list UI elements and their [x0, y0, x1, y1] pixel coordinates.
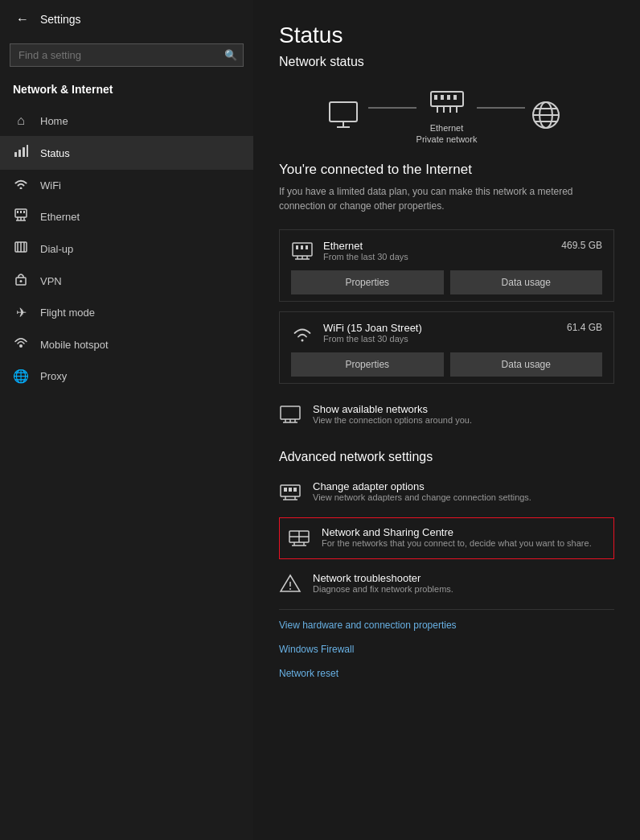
- svg-rect-27: [434, 95, 437, 100]
- ethernet-diagram-label: Ethernet Private network: [416, 122, 478, 146]
- connection-title: You're connected to the Internet: [279, 162, 614, 178]
- ethernet-buttons: Properties Data usage: [291, 270, 602, 294]
- wifi-item-data: 61.4 GB: [567, 322, 602, 333]
- svg-rect-0: [14, 152, 17, 157]
- adapter-icon: [279, 482, 302, 504]
- view-hardware-link[interactable]: View hardware and connection properties: [279, 613, 614, 637]
- sidebar-item-vpn-label: VPN: [40, 275, 62, 287]
- line-2: [477, 107, 525, 109]
- sidebar-header: ← Settings: [0, 0, 253, 39]
- sidebar: ← Settings 🔍 Network & Internet ⌂ Home S…: [0, 0, 253, 840]
- wifi-usage-button[interactable]: Data usage: [450, 352, 603, 377]
- wifi-item-sub: From the last 30 days: [323, 334, 557, 344]
- advanced-heading: Advanced network settings: [279, 450, 614, 464]
- wifi-buttons: Properties Data usage: [291, 352, 602, 377]
- status-icon: [13, 144, 29, 162]
- flight-icon: ✈: [13, 305, 29, 320]
- sharing-title: Network and Sharing Centre: [322, 526, 592, 538]
- svg-rect-55: [289, 488, 292, 492]
- sidebar-item-status-label: Status: [40, 147, 70, 159]
- main-content: Status Network status: [253, 0, 640, 840]
- svg-rect-2: [23, 147, 25, 157]
- sidebar-item-ethernet[interactable]: Ethernet: [0, 200, 253, 233]
- sidebar-item-dialup-label: Dial-up: [40, 243, 73, 255]
- vpn-icon: [13, 273, 29, 289]
- ethernet-network-icon: [291, 241, 314, 264]
- ethernet-properties-button[interactable]: Properties: [291, 270, 444, 294]
- ethernet-icon: [13, 208, 29, 224]
- svg-rect-41: [296, 245, 298, 249]
- adapter-title: Change adapter options: [313, 480, 531, 492]
- svg-point-44: [302, 339, 304, 341]
- wifi-network-icon: [291, 323, 314, 346]
- svg-rect-9: [17, 211, 18, 213]
- ethernet-usage-button[interactable]: Data usage: [450, 270, 603, 294]
- app-title: Settings: [40, 13, 81, 26]
- wifi-icon: [13, 178, 29, 192]
- svg-rect-30: [453, 95, 457, 100]
- ethernet-network-item: Ethernet From the last 30 days 469.5 GB …: [279, 229, 614, 302]
- search-container: 🔍: [0, 39, 253, 76]
- show-networks-item[interactable]: Show available networks View the connect…: [279, 393, 614, 437]
- line-1: [368, 107, 416, 109]
- sidebar-item-wifi[interactable]: WiFi: [0, 170, 253, 200]
- sidebar-item-home[interactable]: ⌂ Home: [0, 105, 253, 136]
- adapter-options-item[interactable]: Change adapter options View network adap…: [279, 471, 614, 514]
- svg-rect-42: [301, 245, 303, 249]
- wifi-network-item: WiFi (15 Joan Street) From the last 30 d…: [279, 311, 614, 384]
- svg-rect-56: [293, 488, 297, 492]
- ethernet-item-name: Ethernet: [323, 240, 552, 252]
- computer-icon-diagram: [326, 99, 368, 131]
- svg-rect-29: [447, 95, 450, 100]
- sidebar-item-status[interactable]: Status: [0, 136, 253, 170]
- sharing-icon: [288, 528, 310, 550]
- dialup-icon: [13, 241, 29, 257]
- troubleshooter-title: Network troubleshooter: [313, 572, 453, 584]
- network-reset-link[interactable]: Network reset: [279, 661, 614, 686]
- sharing-centre-item[interactable]: Network and Sharing Centre For the netwo…: [279, 517, 614, 559]
- svg-rect-11: [23, 211, 25, 213]
- sidebar-item-home-label: Home: [40, 115, 68, 127]
- sidebar-item-proxy[interactable]: 🌐 Proxy: [0, 360, 253, 392]
- sidebar-item-flightmode-label: Flight mode: [40, 307, 95, 319]
- hotspot-icon: [13, 336, 29, 352]
- svg-rect-45: [281, 406, 300, 419]
- sidebar-item-wifi-label: WiFi: [40, 179, 61, 191]
- ethernet-item-data: 469.5 GB: [561, 240, 602, 251]
- svg-point-18: [19, 344, 23, 348]
- sidebar-item-vpn[interactable]: VPN: [0, 265, 253, 297]
- svg-rect-1: [18, 150, 21, 157]
- page-title: Status: [279, 23, 614, 48]
- windows-firewall-link[interactable]: Windows Firewall: [279, 637, 614, 661]
- troubleshooter-icon: [279, 574, 302, 596]
- adapter-sub: View network adapters and change connect…: [313, 492, 531, 502]
- globe-diagram-icon: [525, 99, 567, 131]
- svg-point-17: [20, 280, 23, 282]
- sidebar-item-mobilehotspot[interactable]: Mobile hotspot: [0, 328, 253, 360]
- sidebar-item-dialup[interactable]: Dial-up: [0, 233, 253, 265]
- svg-rect-28: [441, 95, 444, 100]
- ethernet-diagram-icon: Ethernet Private network: [416, 85, 478, 146]
- sidebar-item-flightmode[interactable]: ✈ Flight mode: [0, 297, 253, 328]
- network-diagram: Ethernet Private network: [279, 85, 614, 146]
- svg-point-64: [289, 588, 291, 590]
- sharing-sub: For the networks that you connect to, de…: [322, 538, 592, 548]
- wifi-properties-button[interactable]: Properties: [291, 352, 444, 377]
- show-networks-icon: [279, 405, 302, 427]
- divider-1: [279, 609, 614, 610]
- proxy-icon: 🌐: [13, 369, 29, 384]
- svg-rect-19: [330, 102, 357, 121]
- svg-rect-10: [20, 211, 22, 213]
- search-input[interactable]: [10, 43, 244, 67]
- show-networks-sub: View the connection options around you.: [313, 415, 472, 425]
- ethernet-item-sub: From the last 30 days: [323, 252, 552, 261]
- home-icon: ⌂: [13, 113, 29, 128]
- back-button[interactable]: ←: [13, 9, 32, 30]
- connection-subtitle: If you have a limited data plan, you can…: [279, 184, 614, 213]
- svg-rect-54: [284, 488, 287, 492]
- sidebar-item-proxy-label: Proxy: [40, 370, 67, 382]
- wifi-item-name: WiFi (15 Joan Street): [323, 322, 557, 334]
- svg-rect-3: [27, 145, 28, 157]
- troubleshooter-item[interactable]: Network troubleshooter Diagnose and fix …: [279, 562, 614, 606]
- sidebar-item-mobilehotspot-label: Mobile hotspot: [40, 339, 109, 351]
